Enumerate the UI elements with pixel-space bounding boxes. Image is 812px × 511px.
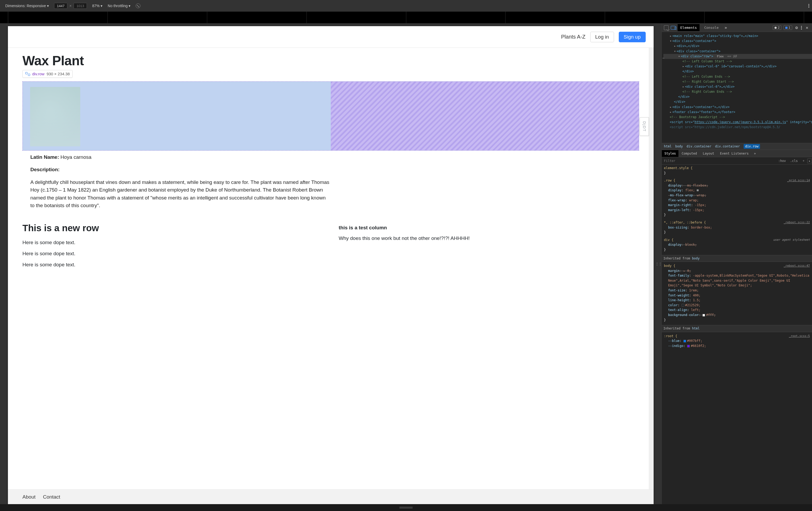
ruler-bar [0,11,812,24]
device-toolbar: Dimensions: Responsive ▾ × 87% ▾ No thro… [0,0,812,11]
rotate-icon[interactable] [136,3,140,8]
zoom-dropdown[interactable]: 87% ▾ [92,4,103,8]
height-input[interactable] [74,3,87,9]
dimensions-dropdown[interactable]: Dimensions: Responsive ▾ [5,4,49,8]
width-input[interactable] [54,3,67,9]
throttling-dropdown[interactable]: No throttling ▾ [108,4,130,8]
device-toolbar-menu-icon[interactable] [808,4,809,8]
dimension-inputs: × [54,3,87,9]
dimension-separator: × [69,4,71,8]
